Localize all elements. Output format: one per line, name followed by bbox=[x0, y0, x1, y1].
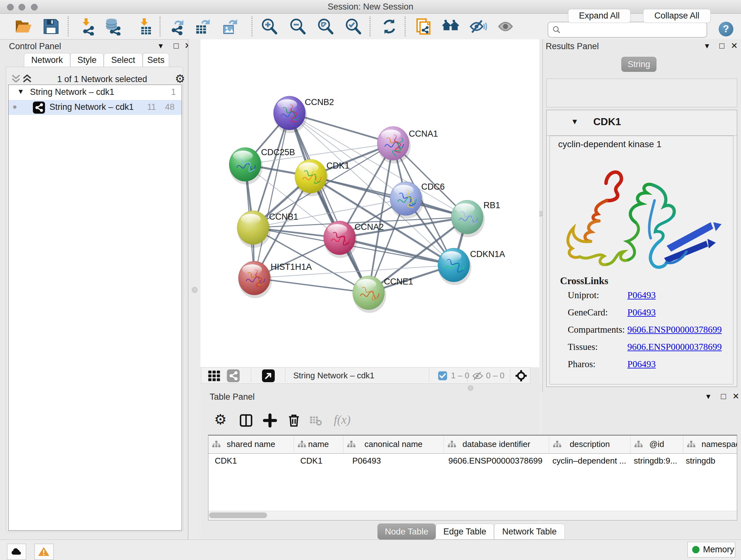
help-button[interactable]: ? bbox=[719, 22, 733, 37]
control-panel-menu-icon[interactable]: ▾ bbox=[158, 41, 163, 51]
results-panel-float-icon[interactable]: □ bbox=[719, 41, 724, 51]
results-panel-menu-icon[interactable]: ▾ bbox=[705, 41, 709, 51]
warnings-button[interactable] bbox=[35, 544, 54, 560]
zoom-selected-icon[interactable] bbox=[344, 17, 362, 36]
network-row-selected[interactable]: ● String Network – cdk1 11 48 bbox=[9, 100, 182, 115]
cloud-icon bbox=[10, 546, 22, 557]
tab-style[interactable]: Style bbox=[70, 53, 104, 67]
zoom-fit-icon[interactable] bbox=[317, 17, 334, 36]
table-panel-close-icon[interactable]: ✕ bbox=[732, 391, 739, 401]
export-table-icon[interactable] bbox=[194, 17, 212, 36]
memory-button[interactable]: Memory bbox=[687, 542, 735, 557]
grid-view-icon[interactable] bbox=[208, 370, 220, 381]
table-panel-float-icon[interactable]: □ bbox=[721, 391, 726, 401]
memory-label: Memory bbox=[703, 542, 734, 557]
gene-section-header[interactable]: ▼ CDK1 bbox=[547, 110, 737, 136]
column-header-shared-name[interactable]: shared name bbox=[208, 435, 294, 453]
delete-column-icon[interactable] bbox=[286, 413, 301, 428]
table-settings-gear-icon[interactable]: ⚙ bbox=[214, 411, 226, 428]
tab-node-table[interactable]: Node Table bbox=[378, 523, 435, 540]
add-column-icon[interactable] bbox=[263, 413, 277, 428]
export-image-icon[interactable] bbox=[221, 17, 239, 36]
open-session-icon[interactable] bbox=[14, 17, 32, 36]
crosslink-label: Compartments: bbox=[568, 324, 625, 335]
network-options-gear-icon[interactable]: ⚙ bbox=[175, 72, 185, 85]
table-panel-menu-icon[interactable]: ▾ bbox=[706, 391, 711, 401]
export-network-icon[interactable] bbox=[169, 17, 186, 36]
table-cell[interactable]: stringdb:9... bbox=[630, 453, 683, 468]
selected-checkbox[interactable] bbox=[438, 371, 447, 380]
column-header-canonical-name[interactable]: canonical name bbox=[343, 435, 444, 453]
table-cell[interactable]: CDK1 bbox=[294, 453, 343, 468]
zoom-in-icon[interactable] bbox=[260, 17, 278, 36]
viewbar-separator bbox=[285, 369, 285, 382]
function-builder-icon: f(x) bbox=[334, 413, 351, 427]
results-panel-close-icon[interactable]: ✕ bbox=[731, 41, 738, 51]
network-graph[interactable]: CCNB2CCNA1CDC25BCDK1CDC6RB1CCNB1CCNA2CDK… bbox=[200, 39, 539, 367]
attribute-table[interactable]: shared namenamecanonical namedatabase id… bbox=[208, 435, 737, 520]
crosslink-link[interactable]: 9606.ENSP00000378699 bbox=[627, 341, 722, 352]
results-buttons-box bbox=[546, 78, 737, 107]
tab-network[interactable]: Network bbox=[24, 53, 70, 67]
import-network-from-database-icon[interactable] bbox=[104, 17, 122, 36]
results-gene-section: ▼ CDK1 cyclin-dependent kinase 1 bbox=[546, 110, 737, 387]
refresh-icon[interactable] bbox=[381, 17, 398, 36]
import-network-icon[interactable] bbox=[78, 17, 96, 36]
crosslink-link[interactable]: 9606.ENSP00000378699 bbox=[627, 324, 722, 335]
import-table-icon[interactable] bbox=[135, 17, 153, 36]
crosslink-link[interactable]: P06493 bbox=[627, 290, 656, 300]
column-header-description[interactable]: description bbox=[549, 435, 630, 453]
tab-sets[interactable]: Sets bbox=[143, 53, 169, 67]
zoom-out-icon[interactable] bbox=[289, 17, 307, 36]
column-header-namespace[interactable]: namespace bbox=[683, 435, 737, 453]
table-header-row[interactable]: shared namenamecanonical namedatabase id… bbox=[208, 435, 737, 454]
network-collection-row[interactable]: ▼ String Network – cdk1 1 bbox=[9, 85, 182, 100]
table-cell[interactable]: cyclin–dependent ... bbox=[549, 453, 630, 468]
birds-eye-target-icon[interactable] bbox=[515, 369, 528, 382]
search-input[interactable] bbox=[563, 23, 702, 35]
toolbar-separator bbox=[405, 17, 406, 37]
table-hscrollbar[interactable] bbox=[208, 511, 737, 520]
horizontal-splitter-handle[interactable] bbox=[468, 385, 473, 391]
control-panel-float-icon[interactable]: □ bbox=[174, 41, 179, 51]
table-cell[interactable]: P06493 bbox=[343, 453, 444, 468]
delete-table-icon bbox=[309, 413, 322, 428]
tab-edge-table[interactable]: Edge Table bbox=[435, 523, 494, 540]
hide-selected-icon[interactable] bbox=[469, 17, 487, 36]
left-splitter[interactable] bbox=[188, 39, 201, 540]
table-cell[interactable]: CDK1 bbox=[208, 453, 294, 468]
tab-select[interactable]: Select bbox=[104, 53, 143, 67]
tab-string[interactable]: String bbox=[621, 57, 657, 72]
table-row[interactable]: CDK1CDK1P064939606.ENSP00000378699cyclin… bbox=[208, 453, 737, 468]
column-header-name[interactable]: name bbox=[294, 435, 343, 453]
collapse-all-networks-icon[interactable] bbox=[11, 74, 21, 83]
network-canvas[interactable]: CCNB2CCNA1CDC25BCDK1CDC6RB1CCNB1CCNA2CDK… bbox=[200, 39, 539, 367]
collapse-all-button[interactable]: Collapse All bbox=[643, 9, 711, 23]
crosslink-link[interactable]: P06493 bbox=[627, 307, 656, 318]
table-cell[interactable]: 9606.ENSP00000378699 bbox=[444, 453, 549, 468]
column-header-database-identifier[interactable]: database identifier bbox=[444, 435, 549, 453]
show-columns-icon[interactable] bbox=[239, 413, 253, 428]
tab-network-table[interactable]: Network Table bbox=[494, 523, 565, 540]
left-splitter-handle[interactable] bbox=[192, 287, 198, 293]
duplicate-network-icon[interactable] bbox=[415, 17, 433, 36]
column-header--id[interactable]: @id bbox=[630, 435, 683, 453]
show-all-icon[interactable] bbox=[496, 17, 515, 36]
svg-text:CDK1: CDK1 bbox=[327, 161, 349, 171]
save-session-icon[interactable] bbox=[42, 17, 60, 36]
status-bar: Memory bbox=[0, 540, 741, 560]
collection-expand-icon[interactable]: ▼ bbox=[17, 87, 24, 96]
table-cell[interactable]: stringdb bbox=[683, 453, 737, 468]
table-hscrollbar-thumb[interactable] bbox=[209, 512, 267, 518]
detach-view-icon[interactable] bbox=[262, 369, 275, 382]
gene-collapse-icon[interactable]: ▼ bbox=[571, 117, 579, 126]
home-networks-icon[interactable] bbox=[442, 17, 460, 36]
control-panel-title: Control Panel bbox=[9, 42, 61, 51]
network-view-mode-icon[interactable] bbox=[227, 369, 240, 382]
expand-all-button[interactable]: Expand All bbox=[568, 9, 630, 23]
selected-node-edge-counts: 1 – 0 bbox=[451, 368, 469, 383]
search-field[interactable] bbox=[548, 22, 707, 38]
expand-all-networks-icon[interactable] bbox=[22, 74, 32, 83]
crosslink-link[interactable]: P06493 bbox=[627, 359, 656, 369]
cloud-button[interactable] bbox=[7, 544, 26, 560]
